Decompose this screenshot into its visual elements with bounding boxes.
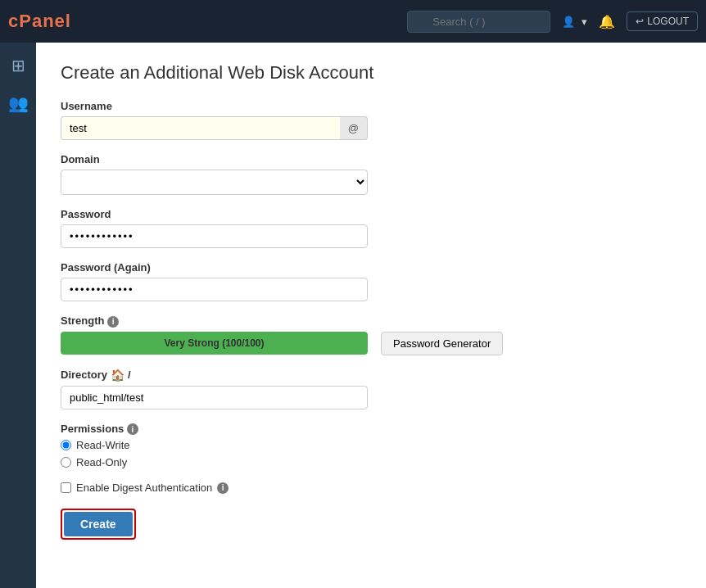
- logo-c: c: [8, 11, 19, 31]
- directory-group: Directory 🏠 /: [61, 369, 681, 409]
- digest-auth-row: Enable Digest Authentication i: [61, 482, 681, 494]
- user-icon: 👤: [562, 16, 575, 28]
- logo: cPanel: [8, 11, 71, 32]
- digest-auth-info-icon[interactable]: i: [217, 482, 229, 494]
- permissions-group: Permissions i Read-Write Read-Only: [61, 423, 681, 469]
- navbar-actions: 👤 ▾ 🔔 ↩ LOGOUT: [562, 11, 698, 31]
- directory-label: Directory 🏠 /: [61, 369, 681, 382]
- radio-readonly-label[interactable]: Read-Only: [61, 456, 681, 468]
- domain-select[interactable]: [61, 170, 368, 195]
- domain-label: Domain: [61, 153, 681, 165]
- password-group: Password: [61, 208, 681, 248]
- radio-readwrite-text: Read-Write: [76, 439, 130, 451]
- strength-group: Strength i Very Strong (100/100) Passwor…: [61, 314, 681, 355]
- logout-icon: ↩: [636, 16, 644, 27]
- username-input-row: @: [61, 116, 368, 140]
- password-again-group: Password (Again): [61, 261, 681, 301]
- radio-readwrite[interactable]: [61, 440, 71, 450]
- username-group: Username @: [61, 100, 681, 140]
- sidebar: ⊞ 👥: [0, 43, 36, 588]
- strength-info-icon[interactable]: i: [107, 316, 119, 328]
- radio-readwrite-label[interactable]: Read-Write: [61, 439, 681, 451]
- password-again-label: Password (Again): [61, 261, 681, 274]
- create-button[interactable]: Create: [64, 512, 133, 536]
- layout: ⊞ 👥 Create an Additional Web Disk Accoun…: [0, 43, 706, 588]
- directory-input[interactable]: [61, 386, 368, 409]
- username-label: Username: [61, 100, 681, 112]
- search-wrapper: 🔍: [407, 11, 550, 33]
- bell-icon[interactable]: 🔔: [599, 14, 615, 29]
- username-input[interactable]: [61, 116, 340, 140]
- password-again-input[interactable]: [61, 278, 368, 301]
- digest-auth-checkbox[interactable]: [61, 482, 71, 493]
- main-content: Create an Additional Web Disk Account Us…: [36, 43, 706, 588]
- chevron-down-icon: ▾: [582, 16, 587, 28]
- password-generator-button[interactable]: Password Generator: [381, 332, 503, 355]
- strength-label: Strength i: [61, 314, 681, 328]
- search-input[interactable]: [407, 11, 550, 33]
- permissions-radio-group: Read-Write Read-Only: [61, 439, 681, 468]
- page-title: Create an Additional Web Disk Account: [61, 62, 681, 84]
- strength-text: Very Strong (100/100): [61, 332, 368, 355]
- logout-button[interactable]: ↩ LOGOUT: [627, 11, 698, 31]
- password-input[interactable]: [61, 224, 368, 248]
- user-menu[interactable]: 👤 ▾: [562, 16, 587, 28]
- domain-group: Domain: [61, 153, 681, 195]
- radio-readonly[interactable]: [61, 457, 71, 468]
- permissions-label: Permissions i: [61, 423, 681, 436]
- strength-row: Very Strong (100/100) Password Generator: [61, 332, 681, 355]
- radio-readonly-text: Read-Only: [76, 456, 127, 468]
- at-symbol: @: [340, 116, 368, 140]
- logo-panel: Panel: [19, 11, 71, 31]
- sidebar-grid-icon[interactable]: ⊞: [7, 51, 30, 80]
- digest-auth-label: Enable Digest Authentication: [76, 482, 212, 494]
- password-label: Password: [61, 208, 681, 220]
- home-icon: 🏠: [111, 369, 124, 382]
- strength-bar-container: Very Strong (100/100): [61, 332, 368, 355]
- create-button-wrapper: Create: [61, 509, 136, 540]
- navbar: cPanel 🔍 👤 ▾ 🔔 ↩ LOGOUT: [0, 0, 706, 43]
- logout-label: LOGOUT: [647, 16, 689, 27]
- sidebar-users-icon[interactable]: 👥: [3, 88, 34, 118]
- permissions-info-icon[interactable]: i: [127, 423, 138, 435]
